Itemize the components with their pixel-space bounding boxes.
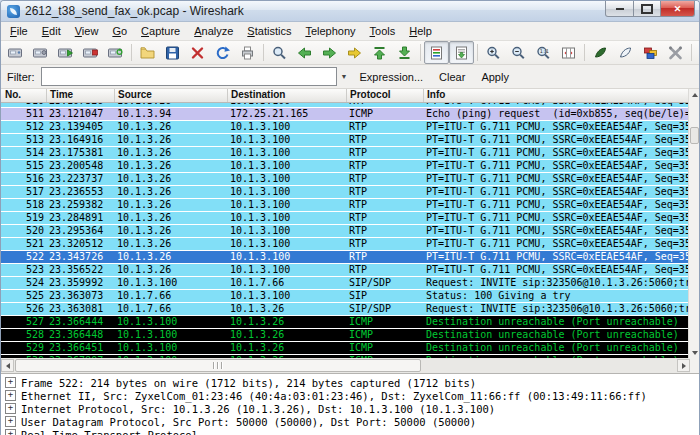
capture-restart-button[interactable] [103,41,128,64]
column-header-no[interactable]: No. [1,89,47,102]
packet-row[interactable]: 51323.16491610.1.3.2610.1.3.100RTPPT=ITU… [1,134,690,147]
expand-icon[interactable]: + [5,429,16,435]
packet-row[interactable]: 51223.13940510.1.3.2610.1.3.100RTPPT=ITU… [1,121,690,134]
packet-row[interactable]: 51923.28489110.1.3.2610.1.3.100RTPPT=ITU… [1,212,690,225]
resize-columns-button[interactable] [556,41,581,64]
expand-icon[interactable]: + [5,390,16,401]
go-to-bottom-button[interactable] [392,41,417,64]
packet-row[interactable]: 51123.12104710.1.3.94172.25.21.165ICMPEc… [1,108,690,121]
scroll-up-arrow-icon[interactable] [689,89,700,100]
packet-row[interactable]: 51823.25938210.1.3.2610.1.3.100RTPPT=ITU… [1,199,690,212]
clear-button[interactable]: Clear [431,69,473,85]
detail-row-ip[interactable]: +Internet Protocol, Src: 10.1.3.26 (10.1… [1,402,699,415]
go-forward-button[interactable] [317,41,342,64]
go-to-top-button[interactable] [367,41,392,64]
column-header-time[interactable]: Time [47,89,115,102]
find-packet-button[interactable] [267,41,292,64]
auto-scroll-button[interactable] [449,41,474,64]
cell-protocol: ICMP [347,108,424,120]
menu-statistics[interactable]: Statistics [240,23,298,39]
help-button[interactable] [695,41,700,64]
menu-telephony[interactable]: Telephony [298,23,362,39]
minimize-button[interactable] [605,1,634,17]
detail-row-frame[interactable]: +Frame 522: 214 bytes on wire (1712 bits… [1,376,699,389]
expression-button[interactable]: Expression... [352,69,432,85]
menu-view[interactable]: View [68,23,106,39]
packet-row[interactable]: 52623.36308110.1.7.6610.1.3.26SIP/SDPReq… [1,303,690,316]
close-button[interactable]: ✕ [661,1,695,17]
vertical-scrollbar-thumb[interactable] [690,127,699,144]
column-header-info[interactable]: Info [424,89,690,102]
packet-row[interactable]: 51423.17538110.1.3.2610.1.3.100RTPPT=ITU… [1,147,690,160]
print-button[interactable] [235,41,260,64]
packet-row[interactable]: 51623.22373710.1.3.2610.1.3.100RTPPT=ITU… [1,173,690,186]
column-header-destination[interactable]: Destination [228,89,347,102]
filter-label-button[interactable]: Filter: [7,71,35,83]
zoom-in-button[interactable] [481,41,506,64]
detail-row-rtp[interactable]: +Real-Time Transport Protocol [1,428,699,435]
scroll-down-arrow-icon[interactable] [689,347,700,358]
packet-row[interactable]: 52723.36644410.1.3.10010.1.3.26ICMPDesti… [1,316,690,329]
colorize-button[interactable] [424,41,449,64]
cell-destination: 10.1.3.100 [228,199,347,211]
menu-go[interactable]: Go [105,23,134,39]
close-file-button[interactable] [185,41,210,64]
horizontal-scrollbar-thumb[interactable] [15,359,421,372]
capture-filters-icon [592,45,609,61]
menu-analyze[interactable]: Analyze [187,23,240,39]
filter-dropdown-arrow-icon[interactable]: ▼ [337,67,352,86]
expand-icon[interactable]: + [5,416,16,427]
packet-row-selected[interactable]: 52223.34372610.1.3.2610.1.3.100RTPPT=ITU… [1,251,690,264]
capture-start-button[interactable] [53,41,78,64]
menu-file[interactable]: File [3,23,35,39]
save-file-button[interactable] [160,41,185,64]
apply-button[interactable]: Apply [473,69,517,85]
packet-row[interactable]: 52423.35999210.1.3.10010.1.7.66SIP/SDPRe… [1,277,690,290]
packet-row[interactable]: 52323.35652210.1.3.2610.1.3.100RTPPT=ITU… [1,264,690,277]
coloring-rules-button[interactable] [638,41,663,64]
zoom-100-button[interactable]: 1:1 [531,41,556,64]
capture-options-button[interactable] [28,41,53,64]
expand-icon[interactable]: + [5,377,16,388]
cell-info: Destination unreachable (Port unreachabl… [424,329,690,341]
cell-info: PT=ITU-T G.711 PCMU, SSRC=0xEEAE54AF, Se… [424,212,690,224]
packet-row[interactable]: 52123.32051210.1.3.2610.1.3.100RTPPT=ITU… [1,238,690,251]
vertical-scrollbar[interactable] [688,89,699,373]
detail-row-ethernet[interactable]: +Ethernet II, Src: ZyxelCom_01:23:46 (40… [1,389,699,402]
open-file-button[interactable] [135,41,160,64]
filter-input[interactable] [41,67,337,86]
menu-capture[interactable]: Capture [134,23,187,39]
menu-tools[interactable]: Tools [363,23,403,39]
go-back-button[interactable] [292,41,317,64]
scroll-right-arrow-icon[interactable] [677,359,690,372]
packet-row[interactable]: 52023.29536410.1.3.2610.1.3.100RTPPT=ITU… [1,225,690,238]
packet-row[interactable]: 52523.36307310.1.7.6610.1.3.100SIPStatus… [1,290,690,303]
menu-edit[interactable]: Edit [35,23,68,39]
menu-help[interactable]: Help [402,23,439,39]
list-interfaces-button[interactable] [3,41,28,64]
title-bar[interactable]: 2612_t38_send_fax_ok.pcap - Wireshark ✕ [1,1,699,22]
packet-row[interactable]: 51523.20054810.1.3.2610.1.3.100RTPPT=ITU… [1,160,690,173]
packet-row[interactable]: 52823.36644810.1.3.10010.1.3.26ICMPDesti… [1,329,690,342]
maximize-button[interactable] [634,1,661,17]
capture-stop-button[interactable] [78,41,103,64]
packet-row[interactable]: 52923.36645110.1.3.10010.1.3.26ICMPDesti… [1,342,690,355]
go-to-packet-button[interactable] [342,41,367,64]
cell-source: 10.1.3.26 [115,264,228,276]
scroll-left-arrow-icon[interactable] [1,359,14,372]
preferences-button[interactable] [663,41,688,64]
display-filters-button[interactable] [613,41,638,64]
column-header-source[interactable]: Source [115,89,228,102]
expand-icon[interactable]: + [5,403,16,414]
cell-info: Status: 100 Giving a try [424,290,690,302]
capture-filters-button[interactable] [588,41,613,64]
zoom-out-button[interactable] [506,41,531,64]
horizontal-scrollbar[interactable] [1,358,690,373]
reload-file-button[interactable] [210,41,235,64]
cell-no: 519 [1,212,47,224]
packet-row[interactable]: 51723.23655310.1.3.2610.1.3.100RTPPT=ITU… [1,186,690,199]
column-header-protocol[interactable]: Protocol [347,89,424,102]
cell-destination: 10.1.3.100 [228,186,347,198]
detail-row-udp[interactable]: +User Datagram Protocol, Src Port: 50000… [1,415,699,428]
detail-text: Internet Protocol, Src: 10.1.3.26 (10.1.… [21,403,495,415]
